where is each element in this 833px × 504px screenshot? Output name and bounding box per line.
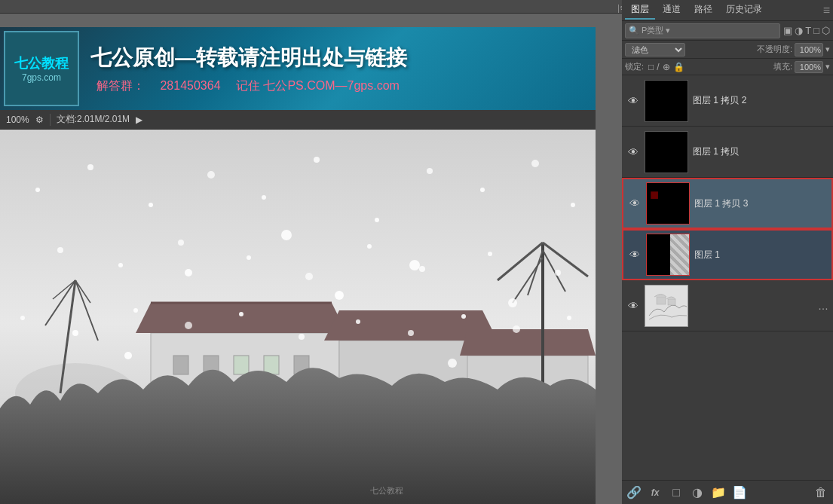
layer-name-copy: 图层 1 拷贝 [693, 145, 828, 158]
svg-point-42 [571, 203, 575, 207]
filter-shape-icon[interactable]: □ [813, 25, 819, 36]
svg-point-40 [480, 188, 485, 192]
svg-rect-72 [668, 299, 675, 305]
panel-menu-icon[interactable]: ≡ [823, 4, 830, 17]
lock-label: 锁定: [625, 61, 644, 72]
search-dropdown-icon[interactable]: ▾ [666, 26, 670, 35]
opacity-row: 不透明度: ▾ [757, 43, 830, 57]
new-layer-button[interactable]: 📄 [732, 485, 747, 499]
opacity-arrow-icon[interactable]: ▾ [825, 44, 830, 54]
svg-rect-10 [173, 356, 188, 374]
lock-icons: □ / ⊕ 🔒 [648, 62, 684, 72]
svg-point-46 [247, 255, 251, 260]
svg-point-50 [488, 252, 492, 256]
banner-subtitle-label: 解答群： [96, 79, 145, 92]
filter-text-icon[interactable]: T [805, 25, 811, 36]
panel-tabs: 图层 通道 路径 历史记录 ≡ [622, 0, 833, 21]
tab-history[interactable]: 历史记录 [720, 1, 768, 20]
lock-paint-icon[interactable]: / [657, 62, 659, 72]
doc-arrow: ▶ [136, 115, 142, 125]
layer-item-copy2[interactable]: 👁 图层 1 拷贝 2 [622, 75, 833, 127]
layers-bottom-toolbar: 🔗 fx □ ◑ 📁 📄 🗑 [622, 480, 833, 504]
layer-visibility-copy[interactable]: 👁 [626, 146, 640, 158]
banner-logo: 七公教程 7gps.com [4, 31, 79, 106]
svg-point-57 [299, 334, 305, 340]
search-type-label: P类型 [642, 25, 663, 36]
svg-point-38 [375, 218, 379, 222]
layer-effects-button[interactable]: fx [648, 487, 663, 498]
svg-point-64 [409, 260, 420, 270]
canvas-area: 七公教程 7gps.com 七公原创—转载请注明出处与链接 解答群： 28145… [0, 14, 622, 504]
svg-point-37 [314, 157, 320, 163]
layer-visibility-1[interactable]: 👁 [628, 249, 642, 261]
fill-input[interactable] [795, 61, 823, 73]
banner-logo-sub: 7gps.com [22, 72, 61, 83]
lock-move-icon[interactable]: ⊕ [663, 62, 670, 72]
banner: 七公教程 7gps.com 七公原创—转载请注明出处与链接 解答群： 28145… [0, 27, 596, 110]
svg-point-32 [35, 188, 40, 192]
banner-logo-main: 七公教程 [14, 54, 69, 72]
layer-item-background[interactable]: 👁 … [622, 280, 833, 331]
svg-rect-13 [264, 356, 279, 374]
blend-mode-select[interactable]: 滤色 正常 叠加 正片叠底 [625, 43, 685, 57]
svg-point-59 [408, 330, 414, 336]
svg-point-56 [239, 312, 243, 316]
add-mask-button[interactable]: □ [669, 486, 684, 499]
snow-scene [0, 130, 596, 504]
tab-channels[interactable]: 通道 [657, 1, 687, 20]
banner-subtitle-qq: 281450364 [160, 79, 220, 92]
svg-point-66 [448, 359, 457, 368]
layer-name-copy2: 图层 1 拷贝 2 [693, 94, 828, 107]
photo-canvas [0, 130, 596, 504]
svg-point-67 [281, 230, 292, 240]
svg-point-39 [427, 168, 433, 174]
svg-point-44 [118, 263, 123, 267]
svg-point-53 [72, 330, 78, 336]
delete-layer-button[interactable]: 🗑 [813, 486, 828, 499]
layer-visibility-bg[interactable]: 👁 [626, 300, 640, 312]
watermark: 七公教程 [370, 485, 403, 496]
toolbar: 100% ⚙ 文档:2.01M/2.01M ▶ [0, 110, 596, 130]
filter-pixel-icon[interactable]: ▣ [783, 25, 792, 36]
lock-row: 锁定: □ / ⊕ 🔒 填充: ▾ [622, 59, 833, 75]
lock-all-icon[interactable]: 🔒 [673, 62, 684, 72]
layer-options-icon[interactable]: … [818, 300, 828, 312]
lock-transparent-icon[interactable]: □ [648, 62, 654, 72]
layer-name-copy3: 图层 1 拷贝 3 [694, 197, 827, 210]
svg-rect-12 [234, 356, 249, 374]
new-group-button[interactable]: 📁 [711, 485, 726, 499]
layer-visibility-copy2[interactable]: 👁 [626, 95, 640, 107]
blend-mode-row: 滤色 正常 叠加 正片叠底 不透明度: ▾ [622, 41, 833, 59]
svg-point-34 [149, 203, 153, 207]
svg-point-63 [335, 291, 344, 300]
layer-thumb-copy3: ■ [646, 182, 690, 225]
filter-smart-icon[interactable]: ⬡ [822, 25, 830, 36]
layer-visibility-copy3[interactable]: 👁 [628, 197, 642, 209]
fill-arrow-icon[interactable]: ▾ [825, 62, 830, 72]
tab-layers[interactable]: 图层 [625, 1, 655, 20]
banner-subtitle-mid: 记住 七公PS.COM—7gps.com [236, 79, 400, 92]
layer-name-1: 图层 1 [694, 249, 827, 261]
zoom-level: 100% [6, 115, 29, 125]
zoom-icon: ⚙ [35, 115, 44, 125]
svg-point-45 [178, 240, 184, 246]
banner-content: 七公原创—转载请注明出处与链接 解答群： 281450364 记住 七公PS.C… [83, 36, 596, 102]
svg-point-62 [567, 316, 571, 320]
filter-adjust-icon[interactable]: ◑ [795, 25, 803, 36]
svg-marker-9 [460, 329, 596, 356]
opacity-label: 不透明度: [757, 44, 792, 55]
fill-label: 填充: [773, 61, 792, 72]
toolbar-divider [50, 114, 51, 126]
tab-paths[interactable]: 路径 [688, 1, 718, 20]
layer-item-copy3[interactable]: 👁 ■ 图层 1 拷贝 3 [622, 178, 833, 229]
layer-thumb-bg [645, 285, 688, 327]
svg-point-35 [207, 171, 215, 179]
svg-point-61 [513, 325, 520, 333]
svg-point-43 [57, 247, 63, 253]
new-adjustment-button[interactable]: ◑ [690, 485, 705, 499]
layer-item-1[interactable]: 👁 图层 1 [622, 229, 833, 280]
svg-point-65 [124, 352, 132, 359]
opacity-input[interactable] [795, 43, 823, 57]
layer-item-copy[interactable]: 👁 图层 1 拷贝 [622, 127, 833, 178]
link-layers-button[interactable]: 🔗 [626, 485, 642, 499]
